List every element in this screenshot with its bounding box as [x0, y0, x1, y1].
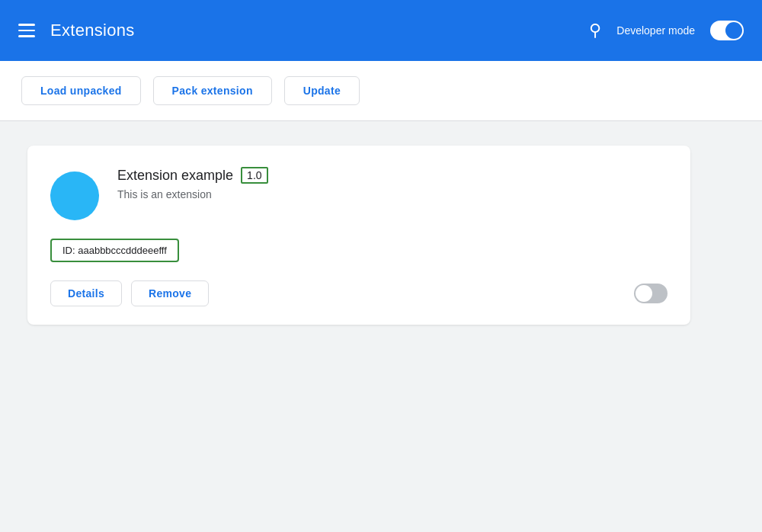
- update-button[interactable]: Update: [284, 76, 360, 105]
- main-content: Extension example 1.0 This is an extensi…: [0, 121, 762, 349]
- extension-version: 1.0: [241, 167, 267, 184]
- extension-card: Extension example 1.0 This is an extensi…: [27, 146, 690, 325]
- card-bottom: Details Remove: [50, 280, 668, 306]
- extension-name: Extension example: [117, 168, 233, 184]
- hamburger-menu-icon[interactable]: [18, 24, 35, 37]
- extension-info: Extension example 1.0 This is an extensi…: [117, 167, 668, 200]
- page-title: Extensions: [50, 21, 135, 40]
- load-unpacked-button[interactable]: Load unpacked: [21, 76, 141, 105]
- search-icon[interactable]: ⚲: [589, 21, 601, 40]
- toggle-knob: [725, 22, 742, 39]
- extension-id-row: ID: aaabbbcccdddeeefff: [50, 239, 668, 262]
- extension-description: This is an extension: [117, 188, 668, 200]
- card-top: Extension example 1.0 This is an extensi…: [50, 167, 668, 220]
- app-header: Extensions ⚲ Developer mode: [0, 0, 762, 61]
- toggle-off-knob: [636, 285, 652, 302]
- remove-button[interactable]: Remove: [131, 280, 209, 306]
- header-right: ⚲ Developer mode: [589, 21, 744, 40]
- extension-enable-toggle[interactable]: [634, 284, 668, 303]
- developer-mode-toggle[interactable]: [710, 21, 744, 40]
- pack-extension-button[interactable]: Pack extension: [153, 76, 272, 105]
- extension-icon: [50, 171, 99, 220]
- extension-id: ID: aaabbbcccdddeeefff: [50, 239, 179, 262]
- details-button[interactable]: Details: [50, 280, 122, 306]
- developer-mode-label: Developer mode: [616, 24, 695, 37]
- extension-name-row: Extension example 1.0: [117, 167, 668, 184]
- toolbar: Load unpacked Pack extension Update: [0, 61, 762, 121]
- card-actions: Details Remove: [50, 280, 209, 306]
- header-left: Extensions: [18, 21, 135, 40]
